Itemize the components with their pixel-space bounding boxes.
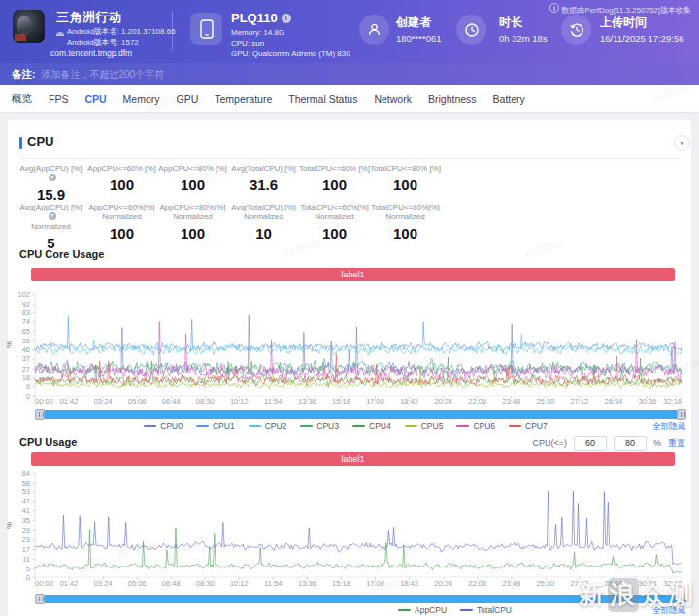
legend-dash — [196, 425, 209, 428]
note-label: 备注: — [12, 68, 36, 81]
hide-all-link[interactable]: 全部隐藏 — [652, 605, 685, 616]
legend-item-cpu4[interactable]: CPU4 — [352, 421, 391, 431]
legend-label: CPU3 — [316, 421, 339, 431]
metric-tabs: 概览FPSCPUMemoryGPUTemperatureThermal Stat… — [0, 85, 699, 113]
legend-item-cpu6[interactable]: CPU6 — [456, 421, 495, 431]
stat-value: 15.9 — [16, 186, 86, 203]
series-line-totalcpu[interactable] — [35, 491, 682, 565]
stat-value: 100 — [299, 225, 370, 242]
stat-label: AppCPU<=80% [%] — [157, 164, 228, 174]
stat-label-line2: Normalized — [228, 212, 299, 222]
legend-label: CPU7 — [525, 421, 548, 431]
tab-temperature[interactable]: Temperature — [215, 93, 272, 105]
collapse-section-button[interactable]: ▾ — [674, 135, 690, 151]
device-gpu: GPU: Qualcomm Adreno (TM) 830 — [231, 49, 350, 58]
tab-gpu[interactable]: GPU — [177, 93, 199, 105]
tab-fps[interactable]: FPS — [49, 93, 68, 105]
x-tick-label: 18:42 — [400, 579, 418, 588]
info-icon[interactable]: i — [282, 14, 291, 23]
x-tick-label: 17:00 — [366, 397, 384, 405]
y-tick-label: 41 — [22, 506, 30, 515]
cpu-filter-min-input[interactable] — [574, 436, 607, 451]
legend-dash — [509, 425, 521, 428]
stat-cell: TotalCPU<=60% [%]100 — [299, 164, 370, 203]
tab-battery[interactable]: Battery — [493, 93, 525, 105]
help-icon[interactable]: ? — [49, 174, 56, 181]
x-tick-label: 32:18 — [663, 397, 682, 405]
legend-dash — [249, 425, 261, 428]
x-tick-label: 20:24 — [434, 397, 452, 405]
note-placeholder: 添加备注，不超过200个字符 — [42, 68, 165, 81]
header-divider — [172, 11, 173, 51]
x-tick-label: 06:48 — [162, 579, 181, 588]
cpu-core-usage-chart[interactable]: 10292837465554637271890%00:0001:4203:240… — [0, 283, 699, 409]
cpu-filter-max-input[interactable] — [614, 436, 647, 451]
y-tick-label: 64 — [22, 470, 30, 478]
series-line-cpu2[interactable] — [35, 334, 682, 355]
x-tick-label: 20:24 — [434, 579, 452, 588]
series-line-cpu1[interactable] — [35, 317, 682, 353]
chart-scrollbar[interactable] — [35, 410, 686, 419]
legend-item-cpu3[interactable]: CPU3 — [300, 421, 339, 431]
x-tick-label: 18:42 — [400, 397, 418, 405]
stat-cell: Avg(AppCPU) [%]?Normalized5 — [16, 203, 86, 251]
info-icon: i — [549, 3, 559, 13]
stat-label-line2: Normalized — [157, 212, 228, 222]
help-icon[interactable]: ? — [49, 212, 56, 220]
scrollbar-right-handle[interactable] — [677, 594, 686, 604]
tab-cpu[interactable]: CPU — [84, 93, 106, 105]
x-tick-label: 22:06 — [468, 579, 486, 588]
y-tick-label: 9 — [26, 382, 30, 391]
legend-item-cpu0[interactable]: CPU0 — [144, 421, 183, 431]
core-usage-legend: CPU0CPU1CPU2CPU3CPU4CPU5CPU6CPU7 — [35, 421, 656, 431]
app-title: 三角洲行动 — [56, 9, 122, 26]
legend-item-appcpu[interactable]: AppCPU — [398, 605, 447, 615]
legend-item-totalcpu[interactable]: TotalCPU — [460, 605, 512, 615]
note-bar[interactable]: 备注: 添加备注，不超过200个字符 — [0, 63, 699, 85]
legend-item-cpu1[interactable]: CPU1 — [196, 421, 235, 431]
stat-label: TotalCPU<=60%[%]Normalized — [299, 203, 370, 222]
legend-item-cpu7[interactable]: CPU7 — [509, 421, 548, 431]
android-version-name: Android版本名: 1.201.37108.66 — [67, 26, 176, 37]
scrollbar-left-handle[interactable] — [35, 409, 45, 420]
tab-brightness[interactable]: Brightness — [428, 93, 477, 105]
package-name: com.tencent.tmgp.dfm — [50, 49, 132, 58]
stat-cell: Avg(AppCPU) [%]?15.9 — [16, 164, 86, 203]
tab-network[interactable]: Network — [374, 93, 412, 105]
x-tick-label: 22:06 — [468, 397, 486, 405]
tab-memory[interactable]: Memory — [123, 93, 160, 105]
y-tick-label: 0 — [26, 573, 30, 582]
x-tick-label: 10:12 — [230, 397, 249, 405]
tab-thermal-status[interactable]: Thermal Status — [288, 93, 357, 105]
section-accent-bar — [19, 137, 22, 149]
stat-cell: TotalCPU<=80% [%]100 — [370, 164, 441, 203]
tab-overview[interactable]: 概览 — [12, 92, 32, 106]
cpu-usage-chart[interactable]: 6458534741352923171150%00:0001:4203:2405… — [0, 466, 699, 592]
stat-label-line2: Normalized — [16, 222, 86, 232]
stat-label: TotalCPU<=80% [%] — [370, 164, 441, 174]
x-tick-label: 06:48 — [162, 397, 181, 405]
y-tick-label: 18 — [22, 373, 30, 382]
phone-icon — [190, 13, 222, 45]
chart-scrollbar[interactable] — [35, 595, 686, 603]
stat-label: Avg(AppCPU) [%]? — [16, 164, 86, 183]
legend-item-cpu2[interactable]: CPU2 — [249, 421, 287, 431]
x-tick-label: 27:12 — [570, 579, 588, 588]
legend-item-cpu5[interactable]: CPU5 — [405, 421, 444, 431]
x-tick-label: 32:18 — [663, 579, 682, 588]
stat-label-line2: Normalized — [370, 212, 441, 222]
stat-label: TotalCPU<=60% [%] — [299, 164, 370, 174]
cpu-stats-row-1: Avg(AppCPU) [%]?15.9AppCPU<=60% [%]100Ap… — [16, 164, 441, 203]
stat-value: 100 — [299, 177, 370, 193]
creator-value: 180****061 — [396, 33, 442, 44]
scrollbar-right-handle[interactable] — [677, 409, 686, 420]
series-line-appcpu[interactable] — [35, 528, 682, 573]
hide-all-link[interactable]: 全部隐藏 — [652, 421, 685, 433]
reset-link[interactable]: 重置 — [668, 438, 685, 450]
report-header: 三角洲行动 Android版本名: 1.201.37108.66 Android… — [0, 0, 699, 63]
stat-cell: TotalCPU<=60%[%]Normalized100 — [299, 203, 370, 251]
stat-label-line2: Normalized — [86, 212, 157, 222]
scrollbar-left-handle[interactable] — [35, 594, 45, 604]
stat-value: 31.6 — [228, 177, 299, 193]
y-tick-label: 65 — [22, 327, 30, 336]
